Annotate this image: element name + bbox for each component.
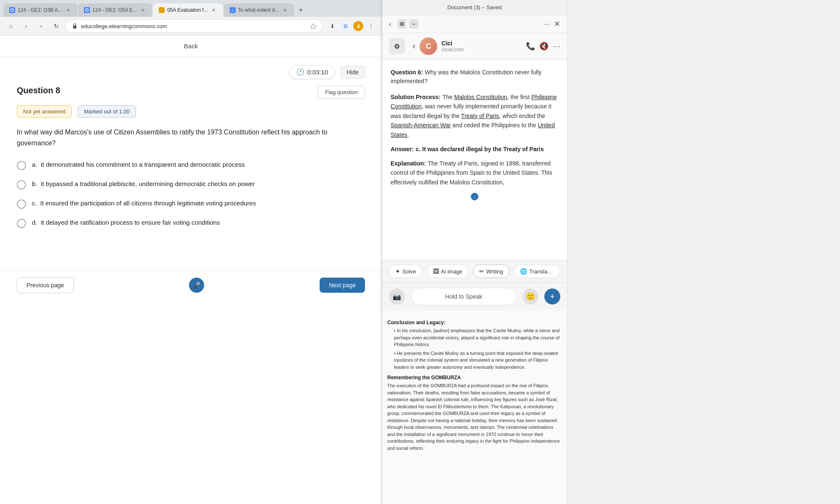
quiz-content: 🕐 0:03:10 Hide Question 8 Flag question … [0, 57, 382, 271]
camera-button[interactable]: 📷 [389, 289, 405, 304]
ai-minimize-button[interactable]: – [409, 19, 418, 29]
ai-settings-icon[interactable]: ⚙ [389, 38, 405, 54]
ai-content: Question 6: Why was the Malolos Constitu… [382, 60, 567, 260]
ai-image-button[interactable]: 🖼 AI image [427, 265, 469, 278]
answer-status: Not yet answered Marked out of 1.00 [17, 105, 365, 118]
download-icon[interactable]: ⬇ [326, 20, 338, 32]
option-a-text: It demonstrated his commitment to a tran… [41, 161, 245, 168]
tab-3[interactable]: 05A Evaluation f... ✕ [153, 3, 223, 17]
ai-speak-bar: 📷 Hold to Speak 🙂 + [382, 282, 567, 310]
hold-to-speak-button[interactable]: Hold to Speak [411, 288, 517, 305]
option-c-radio[interactable] [17, 200, 26, 209]
option-a[interactable]: a. It demonstrated his commitment to a t… [17, 160, 365, 170]
doc-title-bar: Document (3) – Saved [382, 0, 567, 15]
ai-solution-block: Solution Process: The Malolos Constituti… [391, 92, 559, 139]
ai-close-button[interactable]: ✕ [554, 19, 560, 29]
mic-button[interactable]: 🎤 [189, 278, 204, 293]
timer-display: 0:03:10 [307, 68, 328, 76]
browser-panel: 124 - GE2: O3B A... ✕ 124 - GE2: O5A E..… [0, 0, 382, 504]
doc-gomburza-text: The execution of the GOMBURZA had a prof… [387, 382, 562, 452]
tab-4[interactable]: G To what extent d... ✕ [224, 3, 294, 17]
home-button[interactable]: ⌂ [5, 20, 17, 32]
back-button[interactable]: ‹ [20, 20, 32, 32]
nav-bar: ⌂ ‹ › ↻ educollege.elearningcommons.com … [0, 17, 382, 35]
address-text: educollege.elearningcommons.com [81, 23, 307, 29]
ai-explanation-label: Explanation: [391, 160, 426, 167]
ai-toolbar: ✦ Solve 🖼 AI image ✏ Writing 🌐 Transla..… [382, 260, 567, 282]
security-icon [72, 23, 78, 29]
tab-1[interactable]: 124 - GE2: O3B A... ✕ [3, 3, 77, 17]
forward-button[interactable]: › [35, 20, 47, 32]
option-c[interactable]: c. It ensured the participation of all c… [17, 199, 365, 209]
tab-2[interactable]: 124 - GE2: O5A E... ✕ [78, 3, 152, 17]
previous-page-button[interactable]: Previous page [17, 277, 74, 293]
tab-1-label: 124 - GE2: O3B A... [18, 7, 62, 13]
back-link[interactable]: Back [184, 42, 198, 50]
add-button[interactable]: + [544, 289, 560, 304]
mute-icon[interactable]: 🔇 [539, 42, 549, 51]
ai-header: ‹ ⊞ – ⋯ ✕ [382, 15, 567, 33]
option-b-label: b. It bypassed a traditional plebiscite,… [32, 179, 255, 189]
ai-contact-name: Cici [441, 40, 522, 47]
quiz-area: Back 🕐 0:03:10 Hide Question 8 Flag ques… [0, 36, 382, 504]
svg-point-1 [11, 9, 13, 11]
ai-answer-text: c. It was declared illegal by the Treaty… [416, 146, 544, 152]
option-b[interactable]: b. It bypassed a traditional plebiscite,… [17, 179, 365, 189]
ai-overlay: Document (3) – Saved ‹ ⊞ – ⋯ ✕ ⚙ ‹ C Cic… [382, 0, 567, 504]
new-tab-button[interactable]: + [295, 4, 307, 16]
option-a-radio[interactable] [17, 161, 26, 170]
phone-icon[interactable]: 📞 [526, 42, 535, 51]
doc-conclusion-bullet-2: • He presents the Cavite Mutiny as a tur… [394, 350, 562, 371]
emoji-button[interactable]: 🙂 [522, 289, 538, 304]
tab-1-close[interactable]: ✕ [65, 7, 71, 13]
tab-4-label: To what extent d... [238, 7, 279, 13]
next-page-button[interactable]: Next page [320, 278, 365, 293]
star-icon[interactable] [310, 23, 317, 29]
address-bar[interactable]: educollege.elearningcommons.com [66, 19, 323, 33]
flag-button[interactable]: Flag question [318, 86, 365, 99]
spanish-american-war-link[interactable]: Spanish-American War [391, 122, 451, 129]
option-d-label: d. It delayed the ratification process t… [32, 218, 220, 228]
treaty-of-paris-link[interactable]: Treaty of Paris [461, 113, 499, 119]
option-b-text: It bypassed a traditional plebiscite, un… [41, 180, 255, 187]
malolos-constitution-link[interactable]: Malolos Constitution [454, 94, 507, 100]
ai-expand-button[interactable]: ⊞ [397, 19, 407, 29]
more-menu-icon[interactable]: ⋮ [365, 20, 377, 32]
translate-button[interactable]: 🌐 Transla... [514, 265, 560, 278]
svg-text:G: G [231, 9, 234, 12]
refresh-button[interactable]: ↻ [50, 20, 62, 32]
ai-question-block: Question 6: Why was the Malolos Constitu… [391, 68, 559, 86]
ai-answer-block: Answer: c. It was declared illegal by th… [391, 145, 559, 153]
doc-conclusion-title: Conclusion and Legacy: [387, 320, 562, 326]
solve-button[interactable]: ✦ Solve [389, 265, 423, 278]
option-d[interactable]: d. It delayed the ratification process t… [17, 218, 365, 228]
svg-rect-6 [73, 26, 76, 29]
doc-lower-section: Conclusion and Legacy: • In his conclusi… [382, 310, 567, 504]
solve-icon: ✦ [395, 268, 400, 275]
ai-contact-back-button[interactable]: ‹ [412, 41, 415, 52]
translate-icon[interactable]: G [340, 20, 352, 32]
not-answered-badge: Not yet answered [17, 105, 72, 118]
option-b-radio[interactable] [17, 180, 26, 189]
option-d-radio[interactable] [17, 219, 26, 228]
ai-more-button[interactable]: ⋯ [543, 20, 550, 28]
option-c-label: c. It ensured the participation of all c… [32, 199, 256, 208]
hide-button[interactable]: Hide [340, 66, 365, 79]
tab-4-close[interactable]: ✕ [281, 7, 288, 13]
writing-button[interactable]: ✏ Writing [473, 265, 509, 278]
question-number: Question 8 [17, 86, 60, 95]
scroll-down-indicator[interactable]: ↓ [471, 193, 478, 200]
option-c-letter: c. [32, 200, 37, 207]
tab-2-close[interactable]: ✕ [139, 7, 146, 13]
profile-icon[interactable]: 4 [353, 21, 363, 31]
image-icon: 🖼 [433, 268, 439, 275]
doc-conclusion-bullet-1: • In his conclusion, [author] emphasizes… [394, 327, 562, 348]
ai-solution-label: Solution Process: [391, 94, 441, 100]
ai-back-button[interactable]: ‹ [389, 20, 391, 29]
more-options-icon[interactable]: ⋯ [553, 42, 560, 51]
ai-contact-info: Cici ciciai.com [441, 40, 522, 52]
question-header: Question 8 Flag question [17, 86, 365, 99]
ai-contact-bar: ⚙ ‹ C Cici ciciai.com 📞 🔇 ⋯ [382, 33, 567, 60]
translate-label: Transla... [529, 268, 552, 275]
tab-3-close[interactable]: ✕ [210, 7, 217, 13]
